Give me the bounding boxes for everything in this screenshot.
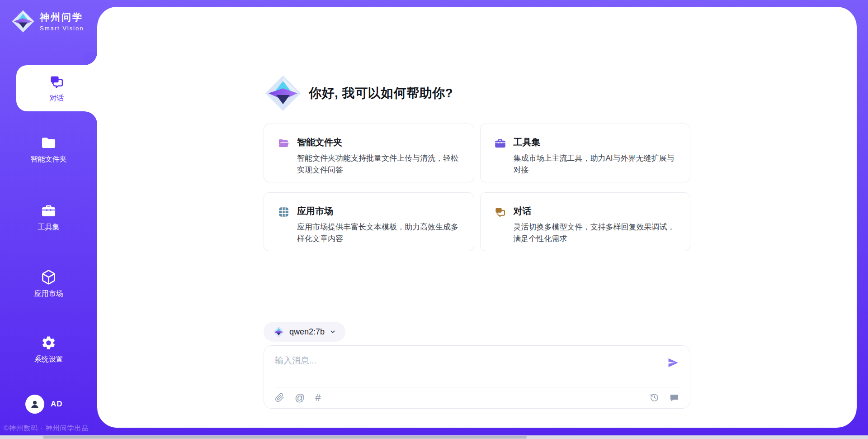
main-panel: 你好, 我可以如何帮助你? 智能文件夹 智能文件夹功能支持批量文件上传与清洗，轻…: [97, 7, 857, 428]
nav-label: 系统设置: [34, 355, 63, 364]
nav-label: 工具集: [38, 223, 60, 232]
paperclip-icon[interactable]: [275, 393, 284, 402]
brand: 神州问学 Smart Vision: [11, 9, 84, 33]
card-app-market[interactable]: 应用市场 应用市场提供丰富长文本模板，助力高效生成多样化文章内容: [264, 192, 474, 251]
feature-cards: 智能文件夹 智能文件夹功能支持批量文件上传与清洗，轻松实现文件问答: [264, 124, 690, 251]
horizontal-scrollbar[interactable]: [0, 435, 868, 439]
card-title: 工具集: [514, 136, 677, 148]
card-description: 灵活切换多模型文件，支持多样回复效果调试，满足个性化需求: [514, 221, 677, 245]
scrollbar-thumb[interactable]: [43, 436, 527, 439]
composer-tools-left: @ #: [275, 393, 321, 402]
greeting-diamond-logo: [264, 74, 302, 113]
composer-toolbar: @ #: [275, 387, 679, 402]
brand-diamond-logo: [11, 9, 35, 33]
gear-icon: [41, 335, 57, 351]
nav-label: 对话: [50, 94, 64, 103]
card-chat[interactable]: 对话 灵活切换多模型文件，支持多样回复效果调试，满足个性化需求: [480, 192, 691, 251]
history-icon[interactable]: [650, 393, 659, 402]
chat-bubble-icon[interactable]: [670, 393, 679, 402]
card-title: 对话: [514, 205, 677, 217]
chat-icon: [49, 74, 65, 90]
footer-credit: ©神州数码 · 神州问学出品: [4, 424, 89, 433]
grid-icon: [278, 205, 290, 218]
chat-icon: [494, 205, 506, 218]
chevron-down-icon: [329, 328, 336, 335]
sidebar: 神州问学 Smart Vision 对话 智能文件夹: [0, 0, 97, 439]
card-smart-folder[interactable]: 智能文件夹 智能文件夹功能支持批量文件上传与清洗，轻松实现文件问答: [264, 124, 474, 182]
at-sign-icon[interactable]: @: [295, 393, 305, 402]
send-icon: [667, 357, 679, 369]
card-description: 智能文件夹功能支持批量文件上传与清洗，轻松实现文件问答: [297, 153, 460, 176]
brand-title: 神州问学: [40, 11, 84, 24]
greeting-text: 你好, 我可以如何帮助你?: [309, 85, 453, 102]
briefcase-icon: [494, 136, 506, 149]
composer: @ #: [264, 345, 690, 409]
folder-open-icon: [278, 136, 290, 149]
sidebar-item-app-market[interactable]: 应用市场: [0, 267, 97, 300]
card-title: 智能文件夹: [297, 136, 460, 148]
user-profile[interactable]: AD: [25, 395, 63, 414]
model-name: qwen2:7b: [289, 327, 325, 337]
model-diamond-icon: [273, 326, 285, 338]
sidebar-item-toolset[interactable]: 工具集: [0, 201, 97, 234]
message-input[interactable]: [275, 355, 661, 378]
brand-subtitle: Smart Vision: [40, 25, 84, 32]
briefcase-icon: [41, 203, 57, 219]
folder-icon: [41, 135, 57, 151]
user-initials: AD: [51, 400, 63, 409]
greeting: 你好, 我可以如何帮助你?: [264, 74, 690, 113]
composer-tools-right: [650, 393, 679, 402]
sidebar-item-smart-folder[interactable]: 智能文件夹: [0, 133, 97, 166]
card-toolset[interactable]: 工具集 集成市场上主流工具，助力AI与外界无缝扩展与对接: [480, 124, 691, 182]
send-button[interactable]: [667, 357, 679, 369]
card-description: 应用市场提供丰富长文本模板，助力高效生成多样化文章内容: [297, 221, 460, 245]
model-selector[interactable]: qwen2:7b: [264, 322, 345, 342]
nav-label: 应用市场: [34, 289, 63, 299]
hash-icon[interactable]: #: [315, 393, 321, 402]
brand-text: 神州问学 Smart Vision: [40, 11, 84, 32]
main-content: 你好, 我可以如何帮助你? 智能文件夹 智能文件夹功能支持批量文件上传与清洗，轻…: [264, 7, 690, 409]
sidebar-item-chat[interactable]: 对话: [16, 65, 97, 111]
user-avatar-icon: [25, 395, 44, 414]
sidebar-item-settings[interactable]: 系统设置: [0, 333, 97, 366]
card-title: 应用市场: [297, 205, 460, 217]
card-description: 集成市场上主流工具，助力AI与外界无缝扩展与对接: [514, 153, 677, 176]
cube-icon: [41, 269, 57, 285]
nav-label: 智能文件夹: [31, 155, 67, 164]
